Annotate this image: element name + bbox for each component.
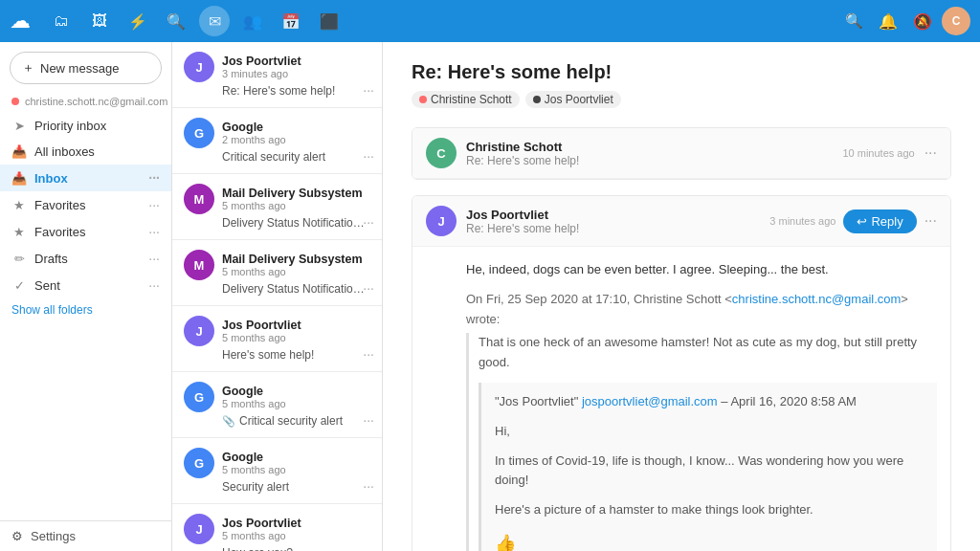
nav-mail-icon[interactable]: ✉ xyxy=(199,6,230,36)
email-more-icon[interactable]: ··· xyxy=(363,148,374,164)
sidebar-item-label: Sent xyxy=(34,278,141,293)
message-body-2: He, indeed, dogs can be even better. I a… xyxy=(412,247,950,551)
sender-name: Google xyxy=(222,451,370,464)
email-time: 5 months ago xyxy=(222,266,370,277)
sender-name: Jos Poortvliet xyxy=(222,319,370,332)
settings-item[interactable]: ⚙ Settings xyxy=(0,520,171,551)
nav-photos-icon[interactable]: 🖼 xyxy=(84,6,115,36)
sidebar-item-all-inboxes[interactable]: 📥 All inboxes xyxy=(0,139,171,165)
email-time: 2 months ago xyxy=(222,134,370,145)
message-block-1: C Christine Schott Re: Here's some help!… xyxy=(412,127,951,180)
sent-icon: ✓ xyxy=(11,278,27,293)
drafts-more-icon[interactable]: ··· xyxy=(148,251,160,266)
email-link[interactable]: christine.schott.nc@gmail.com xyxy=(732,292,901,306)
sender-name: Google xyxy=(222,385,370,398)
participant-dot xyxy=(533,96,541,103)
drafts-icon: ✏ xyxy=(11,252,27,266)
top-navigation: ☁ 🗂 🖼 ⚡ 🔍 ✉ 👥 📅 ⬛ 🔍 🔔 🔕 C xyxy=(0,0,980,42)
email-list-item[interactable]: M Mail Delivery Subsystem 5 months ago ·… xyxy=(172,240,382,306)
email-list-item[interactable]: G Google 5 months ago ··· Security alert xyxy=(172,438,382,504)
global-search-icon[interactable]: 🔍 xyxy=(838,6,869,36)
email-list-item[interactable]: G Google 5 months ago ··· 📎 Critical sec… xyxy=(172,372,382,438)
message-avatar-2: J xyxy=(426,206,457,236)
sidebar-item-favorites2[interactable]: ★ Favorites ··· xyxy=(0,218,171,245)
message-avatar-1: C xyxy=(426,138,457,168)
new-message-button[interactable]: ＋ New message xyxy=(10,52,162,84)
favorites2-more-icon[interactable]: ··· xyxy=(148,224,160,239)
nav-search-icon[interactable]: 🔍 xyxy=(161,6,191,36)
email-list-item[interactable]: J Jos Poortvliet 5 months ago ··· How ar… xyxy=(172,504,382,551)
reply-icon: ↩ xyxy=(857,214,867,229)
nav-calendar-icon[interactable]: 📅 xyxy=(276,6,306,36)
email-more-icon[interactable]: ··· xyxy=(363,346,374,362)
notifications-icon[interactable]: 🔔 xyxy=(873,6,903,36)
priority-icon: ➤ xyxy=(11,119,27,133)
sidebar-item-label: Drafts xyxy=(34,252,141,266)
email-subject: Delivery Status Notification (F... xyxy=(222,216,370,230)
sidebar-email-account: christine.schott.nc@gmail.com ··· xyxy=(0,92,171,113)
new-message-icon: ＋ xyxy=(22,59,34,77)
email-subject: Re: Here's some help! xyxy=(222,84,370,98)
email-more-icon[interactable]: ··· xyxy=(363,478,374,494)
email-list-item[interactable]: M Mail Delivery Subsystem 5 months ago ·… xyxy=(172,174,382,240)
message-sender-name: Christine Schott xyxy=(466,140,833,154)
show-all-folders-link[interactable]: Show all folders xyxy=(0,298,171,321)
email-list-item[interactable]: J Jos Poortvliet 5 months ago ··· Here's… xyxy=(172,306,382,372)
message-more-button[interactable]: ··· xyxy=(924,212,937,230)
message-block-2: J Jos Poortvliet Re: Here's some help! 3… xyxy=(412,195,951,551)
reply-label: Reply xyxy=(871,214,902,229)
nav-more-icon[interactable]: ⬛ xyxy=(314,6,345,36)
sidebar-item-label: Priority inbox xyxy=(34,119,160,133)
message-header-1: C Christine Schott Re: Here's some help!… xyxy=(412,128,950,179)
inbox-more-icon[interactable]: ··· xyxy=(148,170,160,186)
participant-name: Christine Schott xyxy=(431,93,512,106)
email-more-icon[interactable]: ··· xyxy=(363,82,374,98)
email-more-icon[interactable]: ··· xyxy=(363,412,374,428)
nav-files-icon[interactable]: 🗂 xyxy=(46,6,77,36)
favorites-icon: ★ xyxy=(11,198,27,212)
inner-attribution: "Jos Poortvliet" jospoortvliet@gmail.com… xyxy=(495,392,924,412)
email-list-item[interactable]: G Google 2 months ago ··· Critical secur… xyxy=(172,108,382,174)
sidebar-item-label: Favorites xyxy=(34,198,141,212)
sidebar-item-favorites[interactable]: ★ Favorites ··· xyxy=(0,191,171,218)
user-avatar[interactable]: C xyxy=(942,7,970,35)
sender-name: Jos Poortvliet xyxy=(222,517,370,530)
bell-icon[interactable]: 🔕 xyxy=(907,6,938,36)
email-subject: Critical security alert xyxy=(222,150,370,164)
sidebar-item-drafts[interactable]: ✏ Drafts ··· xyxy=(0,245,171,272)
email-more-icon[interactable]: ··· xyxy=(363,544,374,551)
email-time: 5 months ago xyxy=(222,332,370,343)
participant-dot xyxy=(419,96,427,103)
email-detail-pane: Re: Here's some help! Christine Schott J… xyxy=(383,42,980,551)
favorites-more-icon[interactable]: ··· xyxy=(148,197,160,212)
email-time: 5 months ago xyxy=(222,200,370,211)
thread-participants: Christine Schott Jos Poortvliet xyxy=(412,91,951,108)
sender-name: Jos Poortvliet xyxy=(222,55,370,68)
sidebar-item-label: Inbox xyxy=(34,171,141,186)
email-list: J Jos Poortvliet 3 minutes ago ··· Re: H… xyxy=(172,42,383,551)
sent-more-icon[interactable]: ··· xyxy=(148,277,160,293)
inner-paragraph-1: In times of Covid-19, life is though, I … xyxy=(495,452,924,492)
participant-badge-christine: Christine Schott xyxy=(412,91,520,108)
email-subject-row: 📎 Critical security alert xyxy=(222,414,370,428)
participant-name: Jos Poortvliet xyxy=(545,93,613,106)
email-more-icon[interactable]: ··· xyxy=(363,280,374,296)
sidebar-email-address: christine.schott.nc@gmail.com xyxy=(25,96,167,107)
avatar: G xyxy=(184,448,214,478)
nav-contacts-icon[interactable]: 👥 xyxy=(237,6,268,36)
email-more-icon[interactable]: ··· xyxy=(363,214,374,230)
reply-button[interactable]: ↩ Reply xyxy=(843,209,916,233)
email-list-item[interactable]: J Jos Poortvliet 3 minutes ago ··· Re: H… xyxy=(172,42,382,108)
avatar: M xyxy=(184,250,214,280)
avatar: M xyxy=(184,184,214,214)
email-subject: Security alert xyxy=(222,480,370,494)
message-time: 3 minutes ago xyxy=(769,215,835,227)
thread-title: Re: Here's some help! xyxy=(412,61,951,83)
nav-activity-icon[interactable]: ⚡ xyxy=(122,6,153,36)
inner-email-link[interactable]: jospoortvliet@gmail.com xyxy=(582,394,718,408)
sidebar-item-inbox[interactable]: 📥 Inbox ··· xyxy=(0,165,171,191)
sidebar-item-priority[interactable]: ➤ Priority inbox xyxy=(0,113,171,139)
message-more-button[interactable]: ··· xyxy=(924,144,937,162)
message-header-2: J Jos Poortvliet Re: Here's some help! 3… xyxy=(412,196,950,247)
sidebar-item-sent[interactable]: ✓ Sent ··· xyxy=(0,272,171,298)
